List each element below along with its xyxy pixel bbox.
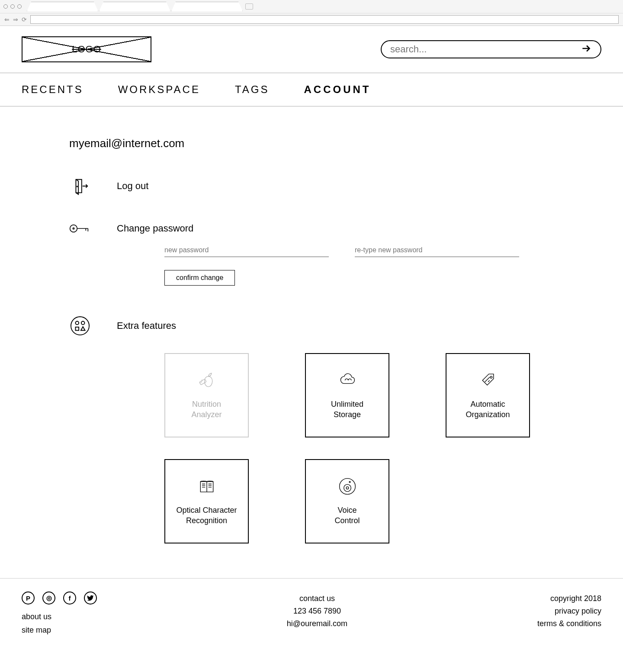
nav-tags[interactable]: TAGS	[235, 84, 270, 96]
key-icon	[69, 222, 91, 235]
svg-point-8	[490, 376, 492, 378]
svg-point-5	[81, 321, 85, 325]
retype-password-input[interactable]	[355, 244, 519, 257]
main-nav: RECENTS WORKSPACE TAGS ACCOUNT	[0, 73, 623, 106]
svg-point-11	[346, 487, 349, 489]
svg-point-9	[339, 479, 355, 495]
account-email: myemail@internet.com	[69, 137, 554, 150]
contact-email[interactable]: hi@ouremail.com	[287, 619, 347, 628]
features-icon	[69, 316, 91, 336]
sitemap-link[interactable]: site map	[22, 626, 97, 635]
feature-ocr[interactable]: Optical CharacterRecognition	[164, 459, 249, 543]
header: LOGO	[0, 26, 623, 73]
svg-rect-6	[75, 327, 79, 331]
copyright: copyright 2018	[537, 594, 601, 603]
change-password-label: Change password	[117, 223, 193, 234]
features-grid: NutritionAnalyzer UnlimitedStorage Autom…	[164, 353, 554, 543]
feature-title: NutritionAnalyzer	[191, 399, 222, 420]
footer: P ◎ f about us site map contact us 123 4…	[0, 578, 623, 652]
confirm-change-button[interactable]: confirm change	[164, 270, 235, 286]
svg-point-4	[75, 321, 79, 325]
change-password-row: Change password	[69, 222, 554, 235]
feature-title: VoiceControl	[334, 505, 360, 526]
feature-voice[interactable]: VoiceControl	[305, 459, 389, 543]
window-controls[interactable]	[3, 4, 22, 9]
window-close-icon[interactable]	[3, 4, 8, 9]
back-icon[interactable]: ⇐	[4, 16, 10, 23]
window-minimize-icon[interactable]	[10, 4, 15, 9]
instagram-icon[interactable]: ◎	[42, 592, 55, 604]
logout-label: Log out	[117, 180, 148, 192]
new-password-input[interactable]	[164, 244, 329, 257]
svg-point-3	[71, 317, 89, 335]
cloud-icon	[338, 371, 357, 392]
browser-tab[interactable]	[99, 2, 170, 11]
feature-organization[interactable]: AutomaticOrganization	[446, 353, 530, 437]
url-bar[interactable]	[30, 15, 619, 24]
nutrition-icon	[197, 371, 216, 392]
about-link[interactable]: about us	[22, 612, 97, 621]
feature-title: Optical CharacterRecognition	[176, 505, 237, 526]
extra-features-label: Extra features	[117, 320, 176, 331]
search-box[interactable]	[381, 40, 601, 58]
terms-link[interactable]: terms & conditions	[537, 619, 601, 628]
social-links: P ◎ f	[22, 592, 97, 604]
logout-icon	[69, 176, 91, 196]
password-form: confirm change	[164, 244, 554, 286]
new-tab-button[interactable]	[245, 3, 253, 10]
svg-point-1	[70, 225, 77, 232]
svg-point-0	[77, 186, 78, 187]
contact-phone: 123 456 7890	[287, 607, 347, 616]
browser-tab[interactable]	[171, 2, 243, 11]
extra-features-row: Extra features	[69, 316, 554, 336]
svg-point-10	[344, 485, 351, 492]
feature-nutrition[interactable]: NutritionAnalyzer	[164, 353, 249, 437]
speaker-icon	[338, 477, 357, 498]
feature-title: UnlimitedStorage	[331, 399, 363, 420]
twitter-icon[interactable]	[84, 592, 97, 604]
nav-account[interactable]: ACCOUNT	[304, 84, 371, 96]
search-input[interactable]	[390, 44, 581, 55]
feature-storage[interactable]: UnlimitedStorage	[305, 353, 389, 437]
search-submit-icon[interactable]	[581, 43, 592, 56]
book-icon	[197, 477, 216, 498]
forward-icon[interactable]: ⇒	[13, 16, 18, 23]
account-panel: myemail@internet.com Log out Change pass…	[0, 106, 623, 578]
browser-tab[interactable]	[27, 2, 98, 11]
svg-point-12	[349, 482, 350, 483]
privacy-link[interactable]: privacy policy	[537, 607, 601, 616]
logo[interactable]: LOGO	[22, 36, 151, 62]
logout-row[interactable]: Log out	[69, 176, 554, 196]
tag-icon	[478, 371, 498, 392]
contact-heading: contact us	[287, 594, 347, 603]
nav-recents[interactable]: RECENTS	[22, 84, 83, 96]
pinterest-icon[interactable]: P	[22, 592, 35, 604]
facebook-icon[interactable]: f	[63, 592, 76, 604]
feature-title: AutomaticOrganization	[466, 399, 510, 420]
logo-text: LOGO	[72, 44, 101, 55]
svg-point-2	[73, 228, 74, 229]
nav-workspace[interactable]: WORKSPACE	[118, 84, 200, 96]
reload-icon[interactable]: ⟳	[22, 16, 27, 23]
window-maximize-icon[interactable]	[17, 4, 22, 9]
browser-chrome: ⇐ ⇒ ⟳	[0, 0, 623, 26]
